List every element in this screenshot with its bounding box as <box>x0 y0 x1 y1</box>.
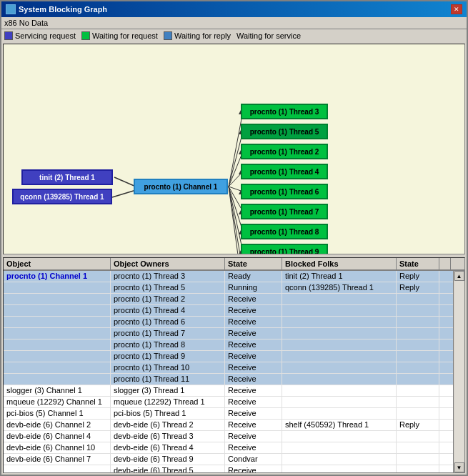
cell-bstate <box>397 385 439 396</box>
cell-blocked <box>282 454 397 465</box>
table-row[interactable]: procnto (1) Channel 1 procnto (1) Thread… <box>4 271 453 282</box>
cell-state: Receive <box>225 317 282 327</box>
node-thread6[interactable]: procnto (1) Thread 6 <box>241 184 328 199</box>
table-row[interactable]: procnto (1) Thread 9 Receive <box>4 351 453 362</box>
node-tinit[interactable]: tinit (2) Thread 1 <box>21 169 113 185</box>
table-row[interactable]: procnto (1) Thread 10 Receive <box>4 362 453 374</box>
node-thread2[interactable]: procnto (1) Thread 2 <box>241 144 328 159</box>
cell-owner: procnto (1) Thread 10 <box>111 362 225 373</box>
node-thread3[interactable]: procnto (1) Thread 3 <box>241 104 328 119</box>
cell-object <box>4 294 111 304</box>
cell-bstate: Reply <box>397 271 439 282</box>
legend-waiting-reply-box <box>164 31 172 40</box>
table-row[interactable]: procnto (1) Thread 5 Running qconn (1392… <box>4 282 453 294</box>
legend-waiting-service: Waiting for service <box>237 31 301 40</box>
table-row[interactable]: devb-eide (6) Thread 5 Receive <box>4 465 453 472</box>
node-thread8[interactable]: procnto (1) Thread 8 <box>241 224 328 239</box>
cell-state: Receive <box>225 465 282 472</box>
cell-blocked <box>282 431 397 442</box>
cell-owner: slogger (3) Thread 1 <box>111 385 225 396</box>
cell-object: slogger (3) Channel 1 <box>4 385 111 396</box>
cell-state: Receive <box>225 294 282 304</box>
table-container: Object Object Owners State Blocked Folks… <box>3 257 465 473</box>
cell-object: pci-bios (5) Channel 1 <box>4 408 111 419</box>
cell-state: Receive <box>225 442 282 453</box>
table-row[interactable]: slogger (3) Channel 1 slogger (3) Thread… <box>4 385 453 397</box>
cell-state: Receive <box>225 305 282 316</box>
cell-object <box>4 328 111 339</box>
title-bar-left: System Blocking Graph <box>6 4 107 14</box>
cell-object <box>4 374 111 385</box>
cell-owner: procnto (1) Thread 4 <box>111 305 225 316</box>
subtitle-bar: x86 No Data <box>1 17 467 29</box>
cell-blocked <box>282 351 397 362</box>
cell-state: Receive <box>225 351 282 362</box>
cell-bstate <box>397 397 439 407</box>
cell-blocked <box>282 385 397 396</box>
cell-blocked <box>282 317 397 327</box>
cell-blocked <box>282 465 397 472</box>
col-object: Object <box>4 258 111 269</box>
scroll-track[interactable] <box>454 281 464 462</box>
cell-state: Receive <box>225 431 282 442</box>
node-thread4[interactable]: procnto (1) Thread 4 <box>241 164 328 179</box>
graph-svg <box>4 44 464 254</box>
cell-state: Receive <box>225 362 282 373</box>
cell-bstate <box>397 408 439 419</box>
cell-bstate <box>397 431 439 442</box>
cell-object <box>4 317 111 327</box>
cell-bstate: Reply <box>397 420 439 430</box>
table-row[interactable]: devb-eide (6) Channel 4 devb-eide (6) Th… <box>4 431 453 442</box>
node-qconn[interactable]: qconn (139285) Thread 1 <box>12 189 112 204</box>
cell-bstate <box>397 465 439 472</box>
cell-blocked <box>282 374 397 385</box>
cell-owner: devb-eide (6) Thread 4 <box>111 442 225 453</box>
scrollbar[interactable]: ▲ ▼ <box>453 271 464 472</box>
table-row[interactable]: pci-bios (5) Channel 1 pci-bios (5) Thre… <box>4 408 453 420</box>
table-row[interactable]: devb-eide (6) Channel 7 devb-eide (6) Th… <box>4 454 453 465</box>
cell-bstate <box>397 374 439 385</box>
table-row[interactable]: procnto (1) Thread 7 Receive <box>4 328 453 339</box>
cell-owner: procnto (1) Thread 7 <box>111 328 225 339</box>
table-body[interactable]: procnto (1) Channel 1 procnto (1) Thread… <box>4 271 453 472</box>
scroll-down-button[interactable]: ▼ <box>454 462 464 472</box>
table-row[interactable]: procnto (1) Thread 2 Receive <box>4 294 453 305</box>
legend-servicing-box <box>4 31 13 40</box>
col-blocked: Blocked Folks <box>282 258 397 269</box>
graph-area: tinit (2) Thread 1 qconn (139285) Thread… <box>3 44 465 254</box>
cell-bstate <box>397 294 439 304</box>
table-header: Object Object Owners State Blocked Folks… <box>4 258 464 271</box>
legend-waiting-request-box <box>81 31 90 40</box>
app-icon <box>6 4 16 14</box>
cell-owner: mqueue (12292) Thread 1 <box>111 397 225 407</box>
cell-owner: devb-eide (6) Thread 2 <box>111 420 225 430</box>
node-channel[interactable]: procnto (1) Channel 1 <box>134 179 228 194</box>
col-owners: Object Owners <box>111 258 225 269</box>
cell-owner: procnto (1) Thread 8 <box>111 339 225 350</box>
scroll-up-button[interactable]: ▲ <box>454 271 464 281</box>
table-row[interactable]: procnto (1) Thread 6 Receive <box>4 317 453 328</box>
cell-object: mqueue (12292) Channel 1 <box>4 397 111 407</box>
cell-bstate <box>397 442 439 453</box>
cell-state: Receive <box>225 339 282 350</box>
cell-owner: procnto (1) Thread 5 <box>111 282 225 293</box>
close-button[interactable]: ✕ <box>451 4 462 14</box>
table-row[interactable]: procnto (1) Thread 8 Receive <box>4 339 453 351</box>
table-row[interactable]: mqueue (12292) Channel 1 mqueue (12292) … <box>4 397 453 408</box>
cell-object <box>4 282 111 293</box>
cell-owner: procnto (1) Thread 11 <box>111 374 225 385</box>
col-scroll-placeholder <box>439 258 451 269</box>
node-thread5[interactable]: procnto (1) Thread 5 <box>241 124 328 139</box>
cell-blocked: qconn (139285) Thread 1 <box>282 282 397 293</box>
node-thread7[interactable]: procnto (1) Thread 7 <box>241 204 328 219</box>
cell-owner: devb-eide (6) Thread 5 <box>111 465 225 472</box>
cell-owner: procnto (1) Thread 3 <box>111 271 225 282</box>
legend-servicing-label: Servicing request <box>15 31 76 40</box>
table-row[interactable]: procnto (1) Thread 4 Receive <box>4 305 453 317</box>
node-thread9[interactable]: procnto (1) Thread 9 <box>241 244 328 254</box>
table-row[interactable]: devb-eide (6) Channel 10 devb-eide (6) T… <box>4 442 453 454</box>
window-title: System Blocking Graph <box>19 5 107 14</box>
table-row[interactable]: procnto (1) Thread 11 Receive <box>4 374 453 385</box>
table-row[interactable]: devb-eide (6) Channel 2 devb-eide (6) Th… <box>4 420 453 431</box>
cell-object: devb-eide (6) Channel 4 <box>4 431 111 442</box>
